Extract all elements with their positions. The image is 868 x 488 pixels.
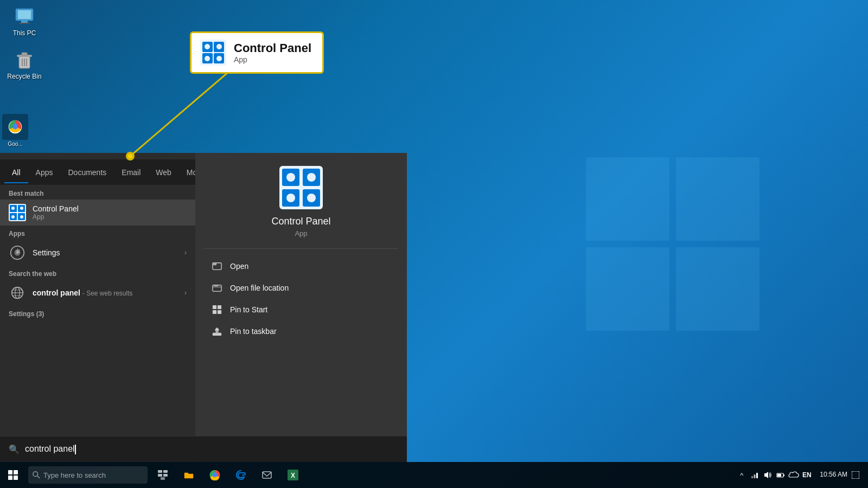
svg-rect-89 xyxy=(754,474,756,478)
svg-point-29 xyxy=(216,44,222,49)
apps-settings-item-left: Settings xyxy=(9,244,60,261)
chevron-arrow-web-icon: › xyxy=(184,289,187,297)
search-web-title: control panel - See web results xyxy=(33,288,133,297)
recyclebin-icon xyxy=(14,49,35,70)
svg-point-84 xyxy=(213,473,216,477)
taskbar-excel[interactable]: X xyxy=(280,462,306,488)
svg-line-76 xyxy=(37,476,40,478)
taskbar-edge[interactable] xyxy=(228,462,254,488)
taskbar-search-box[interactable]: Type here to search xyxy=(28,466,148,484)
svg-point-41 xyxy=(20,207,23,210)
taskbar-file-explorer[interactable] xyxy=(176,462,202,488)
search-bar: 🔍 control panel xyxy=(0,436,407,462)
open-icon xyxy=(210,260,224,273)
svg-point-60 xyxy=(307,194,316,202)
taskbar-mail[interactable] xyxy=(254,462,280,488)
desktop-icon-thispc[interactable]: This PC xyxy=(5,5,43,37)
action-pin-to-start-label: Pin to Start xyxy=(230,305,267,314)
notification-button[interactable] xyxy=(847,462,864,488)
tab-documents[interactable]: Documents xyxy=(60,162,114,183)
taskbar-task-view[interactable] xyxy=(150,462,176,488)
svg-rect-74 xyxy=(14,476,18,480)
svg-rect-94 xyxy=(777,474,781,477)
chevron-arrow-icon: › xyxy=(184,249,187,256)
recyclebin-label: Recycle Bin xyxy=(7,73,41,80)
search-left-panel: All Apps Documents Email Web More ▾ Feed… xyxy=(0,153,195,436)
svg-rect-90 xyxy=(756,473,758,478)
taskbar-chrome[interactable] xyxy=(202,462,228,488)
tab-all[interactable]: All xyxy=(4,162,28,183)
tab-more[interactable]: More ▾ xyxy=(179,162,195,183)
desktop-icon-chrome[interactable]: Goo... xyxy=(2,114,28,147)
best-match-title: Control Panel xyxy=(33,204,79,213)
svg-point-31 xyxy=(216,56,222,61)
svg-rect-72 xyxy=(14,470,18,474)
svg-point-42 xyxy=(11,215,15,219)
search-tabs: All Apps Documents Email Web More ▾ Feed… xyxy=(0,159,195,185)
svg-point-46 xyxy=(16,251,18,254)
search-panel: All Apps Documents Email Web More ▾ Feed… xyxy=(0,153,407,462)
taskbar-clock[interactable]: 10:56 AM xyxy=(820,471,847,479)
settings-icon xyxy=(9,244,26,261)
tooltip-callout: Control Panel App xyxy=(190,31,324,74)
svg-point-40 xyxy=(11,207,15,210)
tab-apps[interactable]: Apps xyxy=(28,162,61,183)
action-open-file-location[interactable]: Open file location xyxy=(204,277,398,299)
svg-rect-88 xyxy=(751,476,753,478)
svg-marker-70 xyxy=(215,328,220,330)
best-match-label: Best match xyxy=(0,185,195,200)
tab-email[interactable]: Email xyxy=(114,162,148,183)
right-divider xyxy=(204,248,398,249)
search-bar-search-icon: 🔍 xyxy=(9,444,20,454)
tray-network[interactable] xyxy=(749,470,760,480)
start-button[interactable] xyxy=(0,462,26,488)
taskbar-items: X xyxy=(150,462,306,488)
svg-rect-64 xyxy=(213,305,216,309)
apps-section-label: Apps xyxy=(0,226,195,240)
right-panel-app-icon xyxy=(279,166,323,209)
right-app-type: App xyxy=(295,229,307,237)
action-open[interactable]: Open xyxy=(204,255,398,277)
tray-volume[interactable] xyxy=(762,470,773,480)
best-match-item[interactable]: Control Panel App xyxy=(0,200,195,226)
svg-rect-80 xyxy=(163,474,168,477)
svg-point-30 xyxy=(205,56,210,61)
svg-text:X: X xyxy=(291,472,295,479)
pin-to-start-icon xyxy=(210,303,224,316)
desktop-icon-recyclebin[interactable]: Recycle Bin xyxy=(5,49,43,80)
svg-rect-66 xyxy=(213,310,216,314)
svg-rect-77 xyxy=(158,470,162,473)
svg-rect-67 xyxy=(218,310,221,314)
windows-logo-bg xyxy=(586,157,760,331)
tray-chevron[interactable]: ^ xyxy=(736,470,747,480)
best-match-text: Control Panel App xyxy=(33,204,79,221)
search-bar-text: control panel xyxy=(25,444,75,453)
svg-rect-78 xyxy=(163,470,168,473)
taskbar: Type here to search xyxy=(0,462,868,488)
callout-text: Control Panel App xyxy=(234,41,311,64)
svg-point-43 xyxy=(20,215,23,219)
action-pin-to-start[interactable]: Pin to Start xyxy=(204,299,398,320)
settings-3-label: Settings (3) xyxy=(0,306,195,320)
search-bar-input[interactable]: control panel xyxy=(25,444,398,454)
action-pin-to-taskbar[interactable]: Pin to taskbar xyxy=(204,320,398,342)
desktop: This PC Recycle Bin xyxy=(0,0,868,488)
taskbar-search-placeholder: Type here to search xyxy=(43,471,106,479)
search-web-text: control panel - See web results xyxy=(33,288,133,297)
search-web-label: Search the web xyxy=(0,266,195,280)
taskbar-tray: ^ xyxy=(735,462,868,488)
thispc-icon xyxy=(14,5,35,27)
text-cursor xyxy=(75,445,76,454)
pin-to-taskbar-icon xyxy=(210,325,224,338)
tab-web[interactable]: Web xyxy=(148,162,179,183)
tray-onedrive[interactable] xyxy=(788,470,799,480)
apps-settings-item[interactable]: Settings › xyxy=(0,240,195,266)
tray-battery[interactable] xyxy=(775,470,786,480)
svg-marker-91 xyxy=(764,472,768,478)
svg-point-57 xyxy=(286,173,295,182)
tray-language[interactable]: EN xyxy=(801,470,812,480)
svg-rect-1 xyxy=(18,10,31,19)
search-web-item[interactable]: control panel - See web results › xyxy=(0,280,195,306)
callout-title: Control Panel xyxy=(234,41,311,55)
svg-point-12 xyxy=(13,125,18,130)
